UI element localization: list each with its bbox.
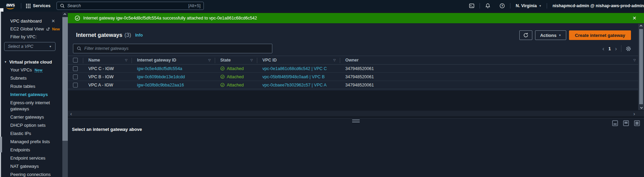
sidebar-item-managed-prefix-lists[interactable]: Managed prefix lists: [0, 138, 62, 146]
search-input[interactable]: [67, 3, 186, 8]
table-row[interactable]: VPC A - IGW igw-0d3fb8c9bba22aa16 Attach…: [68, 81, 644, 89]
settings-gear-icon[interactable]: [626, 46, 631, 52]
panel-position-full-icon[interactable]: [634, 120, 640, 126]
create-internet-gateway-button[interactable]: Create internet gateway: [569, 30, 631, 40]
table-horizontal-scrollbar[interactable]: ‹ ›: [68, 111, 644, 116]
window-edge-artifact: [0, 8, 3, 12]
help-button[interactable]: ?: [495, 3, 509, 9]
scroll-down-arrow-icon[interactable]: [638, 107, 644, 109]
next-page-button[interactable]: ›: [615, 46, 617, 52]
services-grid-icon: [26, 4, 30, 8]
section-virtual-private-cloud[interactable]: ▼ Virtual private cloud: [0, 58, 62, 66]
sidebar-item-nat-gateways[interactable]: NAT gateways: [0, 162, 62, 171]
sort-icon[interactable]: ▽: [208, 58, 211, 62]
sidebar-item-egress-only-internet-gateways[interactable]: Egress-only internet gateways: [0, 99, 62, 113]
sidebar-scrollbar[interactable]: [62, 12, 68, 177]
divider: [510, 3, 510, 9]
global-search[interactable]: [Alt+S]: [57, 2, 204, 10]
vpc-id-link[interactable]: vpc-0e1a861c68cd6c542 | VPC C: [262, 66, 327, 71]
column-header-igw-id[interactable]: Internet gateway ID ▽: [132, 56, 215, 64]
divider: [547, 3, 547, 9]
region-selector[interactable]: N. Virginia ▼: [511, 3, 546, 8]
sidebar-item-endpoints[interactable]: Endpoints: [0, 146, 62, 154]
banner-close-icon[interactable]: ✕: [632, 15, 636, 21]
sidebar-item-endpoint-services[interactable]: Endpoint services: [0, 154, 62, 162]
sort-icon[interactable]: ▽: [633, 58, 636, 62]
sidebar-item-peering-connections[interactable]: Peering connections: [0, 171, 62, 177]
igw-id-link[interactable]: igw-0c609bbde13e1dcdd: [137, 74, 185, 79]
filter-input-container[interactable]: [73, 44, 272, 53]
scroll-left-icon[interactable]: ‹: [70, 111, 72, 116]
search-icon: [60, 3, 65, 8]
sidebar-item-dhcp-option-sets[interactable]: DHCP option sets: [0, 121, 62, 130]
state-cell: Attached: [215, 66, 257, 71]
sidebar-item-elastic-ips[interactable]: Elastic IPs: [0, 130, 62, 138]
sidebar-item-your-vpcs[interactable]: Your VPCsNew: [0, 66, 62, 74]
search-icon: [77, 46, 82, 51]
sort-icon[interactable]: ▽: [333, 58, 336, 62]
filter-input[interactable]: [84, 46, 269, 51]
row-checkbox[interactable]: [73, 66, 78, 71]
success-check-icon: [75, 15, 80, 21]
panel-position-side-icon[interactable]: [623, 120, 629, 126]
vpc-id-link[interactable]: vpc-05bf8465f948c0aa6 | VPC B: [262, 74, 325, 79]
services-menu[interactable]: Services: [26, 3, 50, 8]
scroll-up-arrow-icon[interactable]: [638, 25, 644, 27]
aws-smile-icon: [6, 7, 14, 9]
scroll-up-arrow-icon[interactable]: [62, 12, 68, 17]
search-shortcut: [Alt+S]: [188, 3, 201, 8]
sort-icon[interactable]: ▽: [250, 58, 253, 62]
sort-icon[interactable]: ▽: [125, 58, 127, 62]
notifications-button[interactable]: [481, 3, 495, 9]
row-checkbox[interactable]: [73, 83, 78, 87]
resource-count: (3): [124, 32, 131, 38]
left-edge-scrollbar-thumb[interactable]: [0, 137, 2, 152]
internet-gateways-panel: Internet gateways (3) Info Actions ▼ Cre…: [68, 23, 644, 91]
column-header-owner[interactable]: Owner ▽: [340, 56, 644, 64]
igw-id-link[interactable]: igw-0c5e4d8cf5dfc554a: [137, 66, 182, 71]
cloudshell-button[interactable]: [465, 3, 479, 9]
table-body: VPC C - IGW igw-0c5e4d8cf5dfc554a Attach…: [68, 65, 644, 89]
cloudshell-icon: [469, 3, 474, 9]
actions-button[interactable]: Actions ▼: [535, 30, 567, 40]
select-all-checkbox[interactable]: [73, 58, 78, 63]
page-number[interactable]: 1: [608, 46, 611, 51]
panel-position-bottom-icon[interactable]: [612, 120, 618, 126]
row-checkbox[interactable]: [73, 74, 78, 79]
split-panel-drag-handle[interactable]: [352, 120, 360, 122]
table-vertical-scrollbar[interactable]: [638, 24, 644, 110]
table-row[interactable]: VPC B - IGW igw-0c609bbde13e1dcdd Attach…: [68, 73, 644, 81]
previous-page-button[interactable]: ‹: [602, 46, 604, 52]
refresh-icon: [523, 32, 529, 38]
sidebar-item-subnets[interactable]: Subnets: [0, 74, 62, 82]
igw-name-cell: VPC B - IGW: [83, 74, 132, 79]
column-header-name[interactable]: Name ▽: [83, 56, 132, 64]
sidebar-close-icon[interactable]: ✕: [51, 18, 55, 24]
vertical-scrollbar-thumb[interactable]: [639, 29, 643, 104]
sidebar-item-internet-gateways[interactable]: Internet gateways: [0, 91, 62, 99]
main-content: Internet gateway igw-0c5e4d8cf5dfc554a s…: [68, 12, 644, 177]
info-link[interactable]: Info: [135, 33, 143, 38]
scroll-right-icon[interactable]: ›: [633, 111, 635, 116]
account-menu[interactable]: nishapmcd-admin @ nishap-aws-prod-admin: [548, 3, 644, 8]
detail-panel: Select an internet gateway above: [68, 118, 644, 177]
column-header-vpc-id[interactable]: VPC ID ▽: [257, 56, 340, 64]
sidebar-title[interactable]: VPC dashboard: [10, 18, 42, 24]
refresh-button[interactable]: [519, 30, 532, 40]
state-label: Attached: [227, 83, 244, 87]
vpc-select-dropdown[interactable]: Select a VPC ▼: [4, 42, 55, 51]
sidebar-item-carrier-gateways[interactable]: Carrier gateways: [0, 113, 62, 121]
ec2-global-view-link[interactable]: EC2 Global View New: [0, 25, 62, 33]
external-link-icon: [46, 27, 50, 31]
igw-id-link[interactable]: igw-0d3fb8c9bba22aa16: [137, 83, 184, 87]
chevron-down-icon: ▼: [558, 34, 561, 37]
aws-logo[interactable]: aws: [6, 3, 15, 9]
table-row[interactable]: VPC C - IGW igw-0c5e4d8cf5dfc554a Attach…: [68, 65, 644, 73]
sidebar-item-route-tables[interactable]: Route tables: [0, 82, 62, 91]
column-header-state[interactable]: State ▽: [215, 56, 257, 64]
svg-text:?: ?: [501, 4, 503, 8]
chevron-down-icon: ▼: [539, 4, 542, 8]
vpc-id-link[interactable]: vpc-0cbaee7b302962c57 | VPC A: [262, 83, 326, 87]
sidebar-scrollbar-thumb[interactable]: [62, 17, 68, 141]
state-cell: Attached: [215, 83, 257, 87]
